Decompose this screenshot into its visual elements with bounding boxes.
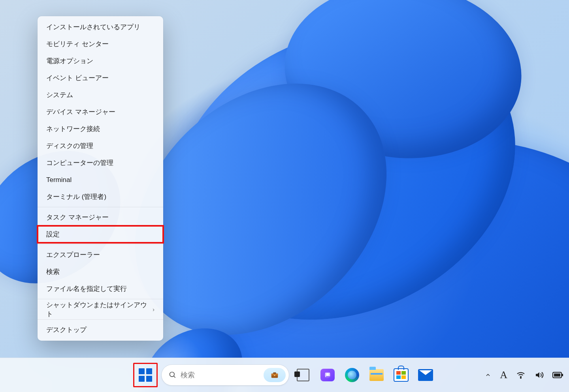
tray-overflow-button[interactable] <box>485 372 491 378</box>
task-view-button[interactable] <box>293 365 313 385</box>
winx-item[interactable]: シャットダウンまたはサインアウト› <box>38 301 163 318</box>
edge-icon <box>345 368 359 382</box>
edge-button[interactable] <box>342 365 362 385</box>
winx-item-label: シャットダウンまたはサインアウト <box>46 300 153 319</box>
winx-item[interactable]: 電源オプション <box>38 53 163 69</box>
winx-item[interactable]: コンピューターの管理 <box>38 154 163 171</box>
winx-item[interactable]: エクスプローラー <box>38 246 163 263</box>
winx-item[interactable]: ディスクの管理 <box>38 137 163 154</box>
search-icon <box>169 371 177 379</box>
winx-item-label: ネットワーク接続 <box>46 124 100 133</box>
windows-logo-icon <box>139 368 152 382</box>
store-icon <box>394 368 409 382</box>
task-view-icon <box>297 369 309 381</box>
winx-item[interactable]: システム <box>38 86 163 103</box>
winx-item[interactable]: 検索 <box>38 263 163 280</box>
winx-item-label: ターミナル (管理者) <box>46 192 106 201</box>
search-placeholder: 検索 <box>181 370 260 380</box>
menu-separator <box>38 244 163 245</box>
taskbar-center: 検索 <box>133 363 436 387</box>
menu-separator <box>38 299 163 299</box>
briefcase-icon <box>270 371 279 379</box>
winx-item-label: デスクトップ <box>46 325 87 334</box>
chevron-right-icon: › <box>153 306 154 313</box>
winx-item-label: イベント ビューアー <box>46 73 109 83</box>
battery-button[interactable] <box>552 371 563 379</box>
winx-item[interactable]: ネットワーク接続 <box>38 120 163 137</box>
start-highlight <box>133 363 158 387</box>
winx-item[interactable]: ターミナル (管理者) <box>38 188 163 205</box>
winx-item-label: ディスクの管理 <box>46 141 93 150</box>
winx-item-label: コンピューターの管理 <box>46 158 113 167</box>
chevron-up-icon <box>485 372 491 378</box>
winx-item-label: モビリティ センター <box>46 39 109 49</box>
store-button[interactable] <box>391 365 411 385</box>
winx-item[interactable]: デバイス マネージャー <box>38 103 163 120</box>
winx-item[interactable]: ファイル名を指定して実行 <box>38 280 163 297</box>
chat-button[interactable] <box>317 365 338 385</box>
taskbar-search[interactable]: 検索 <box>162 365 289 385</box>
winx-item[interactable]: デスクトップ <box>38 321 163 338</box>
winx-item-label: システム <box>46 90 73 99</box>
taskbar: 検索 <box>0 358 569 392</box>
winx-item[interactable]: モビリティ センター <box>38 36 163 53</box>
winx-item[interactable]: Terminal <box>38 171 163 188</box>
winx-item[interactable]: インストールされているアプリ <box>38 19 163 36</box>
winx-item-label: 電源オプション <box>46 56 93 66</box>
folder-icon <box>369 369 384 381</box>
ime-button[interactable]: A <box>500 369 507 381</box>
wifi-icon <box>516 370 526 380</box>
wifi-button[interactable] <box>516 370 526 380</box>
svg-point-0 <box>170 372 175 377</box>
winx-item-label: タスク マネージャー <box>46 213 109 222</box>
winx-menu: インストールされているアプリモビリティ センター電源オプションイベント ビューア… <box>38 16 163 341</box>
winx-item-label: Terminal <box>46 176 72 184</box>
start-button[interactable] <box>135 365 156 385</box>
winx-item-label: 検索 <box>46 267 60 276</box>
desktop[interactable]: インストールされているアプリモビリティ センター電源オプションイベント ビューア… <box>0 0 569 392</box>
menu-separator <box>38 319 163 320</box>
winx-item-label: インストールされているアプリ <box>46 23 140 32</box>
svg-rect-11 <box>554 373 560 377</box>
mail-icon <box>418 369 433 381</box>
winx-item[interactable]: タスク マネージャー <box>38 209 163 226</box>
winx-item[interactable]: 設定 <box>38 226 163 243</box>
search-highlight-chip[interactable] <box>264 368 286 382</box>
chat-icon <box>320 369 335 381</box>
winx-item-label: ファイル名を指定して実行 <box>46 284 127 293</box>
svg-rect-10 <box>562 374 563 376</box>
battery-icon <box>552 371 563 379</box>
svg-point-7 <box>520 377 521 378</box>
system-tray: A <box>485 369 563 381</box>
volume-button[interactable] <box>534 370 544 380</box>
winx-item-label: エクスプローラー <box>46 250 100 259</box>
svg-rect-5 <box>274 375 275 376</box>
winx-item-label: 設定 <box>46 230 60 239</box>
svg-point-6 <box>326 373 329 376</box>
winx-item[interactable]: イベント ビューアー <box>38 69 163 86</box>
mail-button[interactable] <box>415 365 436 385</box>
svg-rect-4 <box>273 373 276 374</box>
file-explorer-button[interactable] <box>366 365 387 385</box>
svg-marker-8 <box>536 372 539 378</box>
speaker-icon <box>534 370 544 380</box>
svg-line-1 <box>174 376 175 378</box>
menu-separator <box>38 207 163 207</box>
winx-item-label: デバイス マネージャー <box>46 107 115 116</box>
